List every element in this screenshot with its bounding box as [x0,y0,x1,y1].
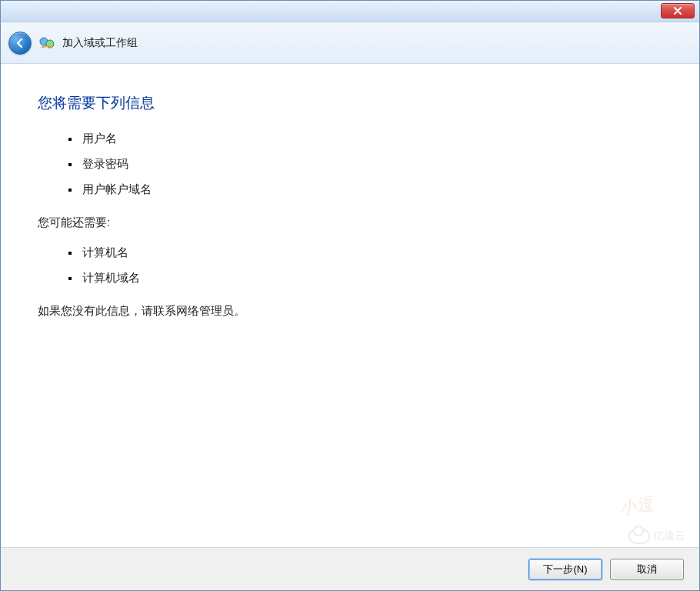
domain-wizard-icon [38,34,56,52]
cancel-button[interactable]: 取消 [610,559,684,580]
optional-heading: 您可能还需要: [38,215,662,230]
page-heading: 您将需要下列信息 [38,93,662,113]
wizard-window: 加入域或工作组 您将需要下列信息 用户名 登录密码 用户帐户域名 您可能还需要:… [0,0,700,591]
optional-info-list: 计算机名 计算机域名 [68,245,662,285]
list-item: 计算机名 [68,245,662,260]
required-info-list: 用户名 登录密码 用户帐户域名 [68,132,662,197]
close-icon [673,7,682,15]
note-text: 如果您没有此信息，请联系网络管理员。 [38,304,662,319]
list-item: 登录密码 [68,157,662,172]
list-item: 用户帐户域名 [68,182,662,197]
next-button[interactable]: 下一步(N) [528,559,602,580]
content-area: 您将需要下列信息 用户名 登录密码 用户帐户域名 您可能还需要: 计算机名 计算… [1,64,699,547]
close-button[interactable] [661,3,695,18]
footer-bar: 下一步(N) 取消 [1,547,699,590]
arrow-left-icon [14,37,26,49]
list-item: 用户名 [68,132,662,146]
back-button[interactable] [8,32,32,55]
titlebar [1,1,699,22]
header-title: 加入域或工作组 [62,36,138,50]
header-bar: 加入域或工作组 [1,22,699,64]
list-item: 计算机域名 [68,271,662,285]
